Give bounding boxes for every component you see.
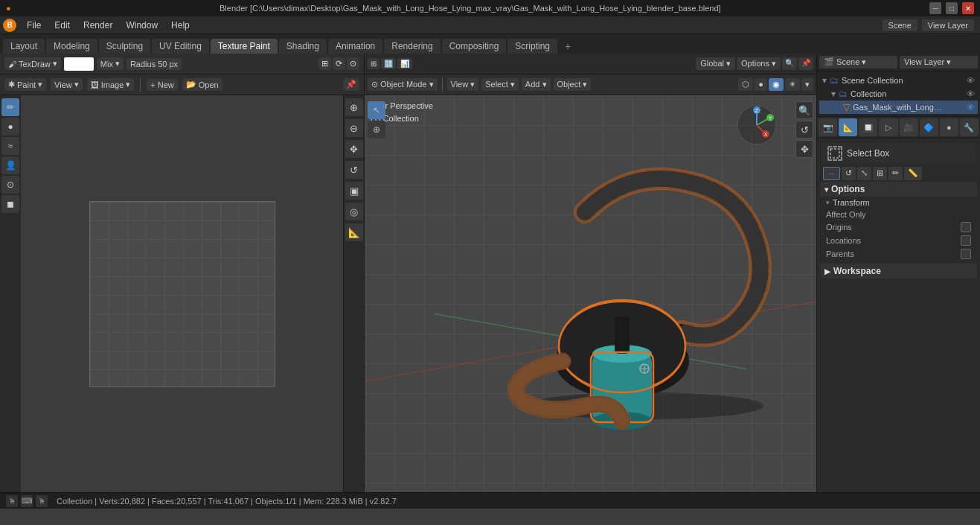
scene-dropdown[interactable]: 🎬 Scene ▾ (819, 56, 897, 69)
maximize-button[interactable]: □ (946, 2, 958, 14)
object-row[interactable]: ▽ Gas_Mask_with_Long_Ho 👁 (819, 101, 978, 114)
viewport-icon-1[interactable]: ⊞ (368, 58, 379, 69)
tab-uv-editing[interactable]: UV Editing (152, 39, 209, 54)
clone-tool-button[interactable]: 👤 (1, 156, 19, 174)
transform-subheader[interactable]: ▾ Transform (820, 197, 977, 209)
menu-help[interactable]: Help (165, 19, 196, 32)
frame-button[interactable]: ▣ (345, 182, 363, 200)
radius-dropdown[interactable]: Radius 50 px (126, 58, 182, 70)
tab-modeling[interactable]: Modeling (46, 39, 97, 54)
transform-icon[interactable]: ⊞ (873, 167, 887, 180)
smear-tool-button[interactable]: ⊙ (1, 176, 19, 194)
object-eye[interactable]: 👁 (967, 103, 975, 112)
header-icon-3[interactable]: ⊙ (347, 57, 359, 70)
prop-object-btn[interactable]: 📐 (839, 118, 857, 136)
blender-logo[interactable]: B (3, 19, 16, 32)
open-button[interactable]: 📂 Open (182, 78, 222, 91)
origins-checkbox[interactable] (961, 222, 971, 232)
tab-layout[interactable]: Layout (3, 39, 45, 54)
tab-compositing[interactable]: Compositing (442, 39, 507, 54)
scene-selector[interactable]: Scene (883, 19, 917, 31)
tab-shading[interactable]: Shading (279, 39, 327, 54)
parents-row: Parents (820, 247, 977, 261)
rotate-icon[interactable]: ↺ (842, 167, 856, 180)
workspace-header[interactable]: ▶ Workspace (820, 264, 977, 279)
options-header[interactable]: ▾ Options (820, 182, 977, 197)
parents-checkbox[interactable] (961, 249, 971, 259)
menu-render[interactable]: Render (77, 19, 118, 32)
object-menu[interactable]: Object ▾ (554, 78, 592, 91)
locations-checkbox[interactable] (961, 235, 971, 246)
add-menu[interactable]: Add ▾ (522, 78, 551, 91)
erase-tool-button[interactable]: ≈ (1, 137, 19, 155)
vp-fly[interactable]: ✥ (795, 140, 813, 158)
scale-icon[interactable]: ⤡ (857, 167, 871, 180)
collection-row[interactable]: ▾ 🗂 Collection 👁 (819, 87, 978, 101)
vp-shade-solid[interactable]: ● (755, 78, 767, 91)
prop-modifier-btn[interactable]: 🔲 (859, 118, 877, 136)
vp-shade-render[interactable]: ☀ (785, 78, 800, 91)
scene-collection-eye[interactable]: 👁 (967, 76, 975, 85)
vp-shade-options[interactable]: ▾ (801, 78, 813, 91)
pan-button[interactable]: ✥ (345, 140, 363, 158)
cursor-button[interactable]: ◎ (345, 203, 363, 220)
vp-select-tool[interactable]: ↖ (368, 101, 385, 119)
annotate-icon[interactable]: ✏ (888, 167, 903, 180)
tab-texture-paint[interactable]: Texture Paint (211, 39, 278, 54)
zoom-out-button[interactable]: ⊖ (345, 119, 363, 137)
prop-constraints-btn[interactable]: 🔷 (920, 118, 938, 136)
tab-sculpting[interactable]: Sculpting (99, 39, 150, 54)
vp-shade-wire[interactable]: ⬡ (738, 78, 753, 91)
minimize-button[interactable]: ─ (929, 2, 941, 14)
new-button[interactable]: + New (147, 79, 177, 91)
view-dropdown[interactable]: View ▾ (51, 78, 83, 91)
color-swatch[interactable] (64, 57, 94, 71)
viewport-icon-3[interactable]: 📊 (397, 58, 412, 69)
prop-scene-btn[interactable]: 📷 (819, 118, 837, 136)
prop-physics-btn[interactable]: 🎥 (900, 118, 918, 136)
measure-icon[interactable]: 📏 (904, 167, 922, 180)
add-workspace-button[interactable]: + (559, 39, 577, 54)
menu-file[interactable]: File (21, 19, 47, 32)
viewport-icon-search[interactable]: 🔍 (782, 57, 797, 70)
move-icon[interactable]: ↔ (823, 167, 840, 180)
prop-materials-btn[interactable]: 🔧 (960, 118, 979, 136)
paint-dropdown[interactable]: ✱ Paint ▾ (4, 78, 46, 91)
outliner-expand-icon[interactable]: ▾ (822, 75, 827, 86)
mask-tool-button[interactable]: ◼ (1, 195, 19, 213)
blend-mode-dropdown[interactable]: Mix ▾ (97, 57, 124, 70)
view-layer-dropdown[interactable]: View Layer ▾ (900, 56, 978, 69)
vp-shade-material[interactable]: ◉ (769, 78, 784, 91)
global-dropdown[interactable]: Global ▾ (696, 57, 735, 70)
menu-edit[interactable]: Edit (48, 19, 76, 32)
vp-zoom-in[interactable]: 🔍 (795, 101, 813, 119)
header-icon-1[interactable]: ⊞ (318, 57, 331, 70)
viewport-icon-2[interactable]: 🔢 (381, 58, 396, 69)
collection-eye[interactable]: 👁 (967, 89, 975, 98)
vp-cursor-tool[interactable]: ⊕ (368, 121, 385, 139)
fill-tool-button[interactable]: ● (1, 118, 19, 136)
menu-window[interactable]: Window (120, 19, 164, 32)
view-layer-selector[interactable]: View Layer (922, 19, 974, 31)
orbit-button[interactable]: ↺ (345, 161, 363, 179)
image-dropdown[interactable]: 🖼 Image ▾ (87, 78, 135, 91)
close-button[interactable]: ✕ (962, 2, 974, 14)
object-mode-dropdown[interactable]: ⊙ Object Mode ▾ (368, 78, 438, 91)
header-icon-2[interactable]: ⟳ (333, 57, 345, 70)
brush-mode-dropdown[interactable]: 🖌 TexDraw ▾ (4, 57, 61, 70)
prop-data-btn[interactable]: ● (940, 118, 958, 136)
viewport-icon-pin[interactable]: 📌 (798, 57, 813, 70)
select-menu[interactable]: Select ▾ (481, 78, 519, 91)
draw-tool-button[interactable]: ✏ (1, 98, 19, 116)
prop-particles-btn[interactable]: ▷ (879, 118, 897, 136)
pin-button[interactable]: 📌 (343, 78, 359, 91)
tab-scripting[interactable]: Scripting (507, 39, 557, 54)
zoom-in-button[interactable]: ⊕ (345, 98, 363, 116)
view-menu[interactable]: View ▾ (447, 78, 479, 91)
ruler-button[interactable]: 📐 (345, 223, 363, 241)
vp-orbit[interactable]: ↺ (795, 121, 813, 139)
tab-rendering[interactable]: Rendering (384, 39, 440, 54)
viewport-gizmo[interactable]: Z Y X (734, 103, 779, 147)
options-button[interactable]: Options ▾ (737, 57, 781, 70)
tab-animation[interactable]: Animation (328, 39, 382, 54)
